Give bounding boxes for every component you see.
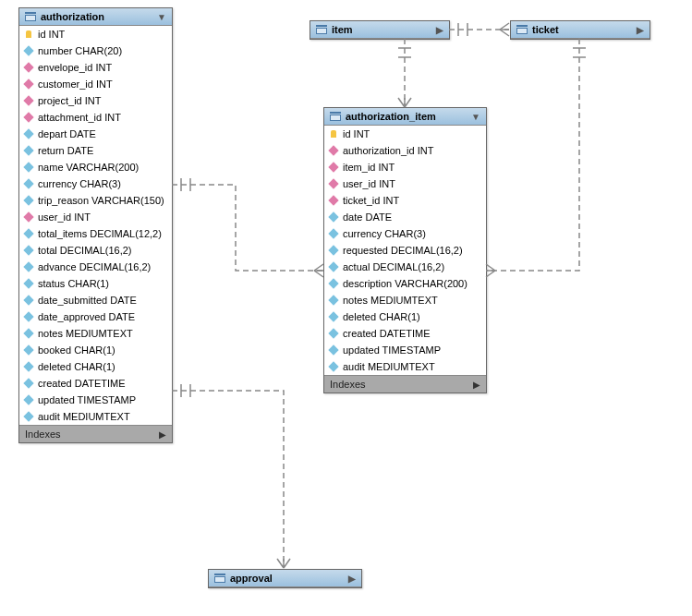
entity-approval[interactable]: approval ▶	[208, 569, 362, 588]
column-row[interactable]: actual DECIMAL(16,2)	[324, 259, 486, 275]
field-icon	[23, 178, 33, 188]
field-icon	[23, 261, 33, 272]
expand-icon[interactable]: ▶	[436, 25, 443, 35]
column-label: updated TIMESTAMP	[343, 344, 441, 356]
column-row[interactable]: audit MEDIUMTEXT	[324, 358, 486, 375]
field-icon	[23, 378, 33, 388]
svg-line-17	[500, 23, 509, 30]
column-label: deleted CHAR(1)	[38, 361, 115, 372]
column-row[interactable]: requested DECIMAL(16,2)	[324, 242, 486, 259]
column-row[interactable]: id INT	[19, 26, 172, 42]
column-row[interactable]: created DATETIME	[19, 375, 172, 392]
table-icon	[316, 25, 327, 34]
column-row[interactable]: total DECIMAL(16,2)	[19, 242, 172, 259]
fk-icon	[23, 211, 33, 222]
column-row[interactable]: trip_reason VARCHAR(150)	[19, 192, 172, 209]
column-row[interactable]: total_items DECIMAL(12,2)	[19, 225, 172, 242]
expand-icon[interactable]: ▶	[637, 25, 644, 35]
field-icon	[23, 128, 33, 139]
expand-icon[interactable]: ▶	[348, 574, 356, 584]
entity-footer-authorization[interactable]: Indexes ▶	[19, 425, 172, 442]
column-row[interactable]: id INT	[324, 126, 486, 142]
column-row[interactable]: notes MEDIUMTEXT	[19, 325, 172, 342]
field-icon	[23, 145, 33, 155]
entity-header-authorization-item[interactable]: authorization_item ▼	[324, 108, 486, 126]
entity-authorization-item[interactable]: authorization_item ▼ id INTauthorization…	[323, 107, 487, 393]
svg-line-2	[314, 264, 323, 271]
field-icon	[23, 394, 33, 405]
column-row[interactable]: date_submitted DATE	[19, 292, 172, 308]
column-label: authorization_id INT	[343, 145, 433, 156]
column-row[interactable]: updated TIMESTAMP	[324, 342, 486, 358]
column-row[interactable]: status CHAR(1)	[19, 275, 172, 292]
entity-authorization[interactable]: authorization ▼ id INTnumber CHAR(20)env…	[18, 7, 173, 443]
column-row[interactable]: user_id INT	[324, 175, 486, 192]
column-row[interactable]: date_approved DATE	[19, 308, 172, 325]
entity-title: ticket	[532, 24, 559, 35]
entity-body-authorization-item: id INTauthorization_id INTitem_id INTuse…	[324, 126, 486, 375]
field-icon	[23, 311, 33, 321]
column-row[interactable]: project_id INT	[19, 92, 172, 109]
column-row[interactable]: currency CHAR(3)	[324, 225, 486, 242]
entity-header-authorization[interactable]: authorization ▼	[19, 8, 172, 26]
column-row[interactable]: updated TIMESTAMP	[19, 392, 172, 408]
column-row[interactable]: currency CHAR(3)	[19, 175, 172, 192]
column-label: name VARCHAR(200)	[38, 162, 139, 173]
field-icon	[328, 211, 338, 222]
field-icon	[23, 45, 33, 55]
entity-header-item[interactable]: item ▶	[310, 21, 449, 39]
collapse-icon[interactable]: ▼	[471, 112, 480, 122]
column-row[interactable]: user_id INT	[19, 209, 172, 225]
column-label: id INT	[343, 128, 370, 139]
column-label: updated TIMESTAMP	[38, 394, 136, 405]
column-row[interactable]: audit MEDIUMTEXT	[19, 408, 172, 425]
fk-icon	[23, 79, 33, 89]
expand-icon[interactable]: ▶	[159, 429, 166, 440]
column-row[interactable]: booked CHAR(1)	[19, 342, 172, 358]
collapse-icon[interactable]: ▼	[157, 12, 166, 22]
entity-item[interactable]: item ▶	[310, 20, 450, 40]
field-icon	[23, 245, 33, 255]
column-label: user_id INT	[343, 178, 395, 189]
column-row[interactable]: name VARCHAR(200)	[19, 159, 172, 175]
column-row[interactable]: notes MEDIUMTEXT	[324, 292, 486, 308]
column-row[interactable]: created DATETIME	[324, 325, 486, 342]
column-row[interactable]: item_id INT	[324, 159, 486, 175]
column-row[interactable]: description VARCHAR(200)	[324, 275, 486, 292]
column-label: id INT	[38, 29, 65, 40]
column-label: total_items DECIMAL(12,2)	[38, 228, 162, 239]
column-row[interactable]: date DATE	[324, 209, 486, 225]
svg-line-23	[486, 271, 495, 277]
entity-header-ticket[interactable]: ticket ▶	[511, 21, 650, 39]
column-row[interactable]: attachment_id INT	[19, 109, 172, 126]
entity-header-approval[interactable]: approval ▶	[209, 570, 361, 587]
column-row[interactable]: envelope_id INT	[19, 59, 172, 76]
field-icon	[328, 311, 338, 321]
column-row[interactable]: advance DECIMAL(16,2)	[19, 259, 172, 275]
column-row[interactable]: depart DATE	[19, 126, 172, 142]
expand-icon[interactable]: ▶	[473, 380, 480, 390]
svg-line-12	[398, 98, 405, 107]
footer-label: Indexes	[330, 379, 366, 390]
column-row[interactable]: deleted CHAR(1)	[324, 308, 486, 325]
entity-body-authorization: id INTnumber CHAR(20)envelope_id INTcust…	[19, 26, 172, 425]
entity-ticket[interactable]: ticket ▶	[510, 20, 650, 40]
column-label: depart DATE	[38, 128, 96, 139]
column-label: return DATE	[38, 145, 93, 156]
column-row[interactable]: number CHAR(20)	[19, 42, 172, 59]
column-row[interactable]: return DATE	[19, 142, 172, 159]
column-row[interactable]: ticket_id INT	[324, 192, 486, 209]
table-icon	[214, 574, 225, 583]
column-label: project_id INT	[38, 95, 101, 106]
fk-icon	[328, 162, 338, 172]
field-icon	[328, 361, 338, 371]
field-icon	[23, 295, 33, 305]
column-label: booked CHAR(1)	[38, 344, 115, 356]
entity-footer-authorization-item[interactable]: Indexes ▶	[324, 375, 486, 393]
field-icon	[23, 228, 33, 238]
key-icon	[26, 30, 31, 38]
column-row[interactable]: deleted CHAR(1)	[19, 358, 172, 375]
column-row[interactable]: authorization_id INT	[324, 142, 486, 159]
column-row[interactable]: customer_id INT	[19, 76, 172, 92]
table-icon	[516, 25, 528, 34]
